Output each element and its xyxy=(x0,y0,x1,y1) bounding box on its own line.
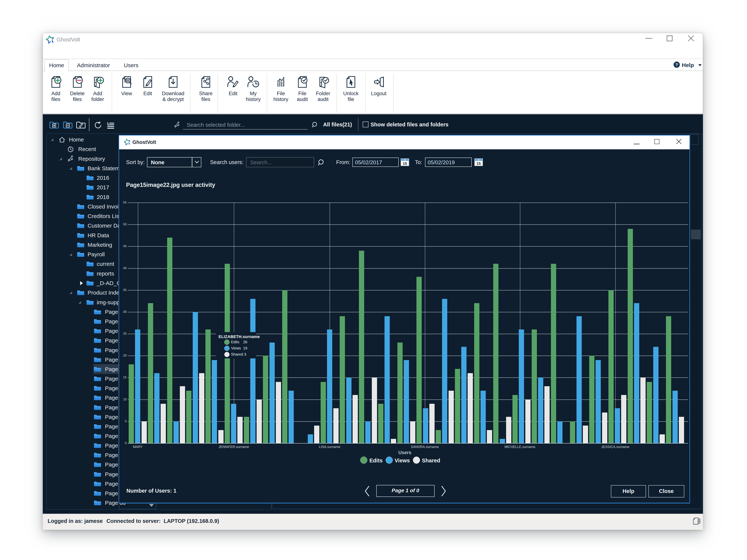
svg-text:?: ? xyxy=(675,62,678,67)
svg-text:15: 15 xyxy=(476,161,481,166)
svg-text:15: 15 xyxy=(403,161,407,166)
